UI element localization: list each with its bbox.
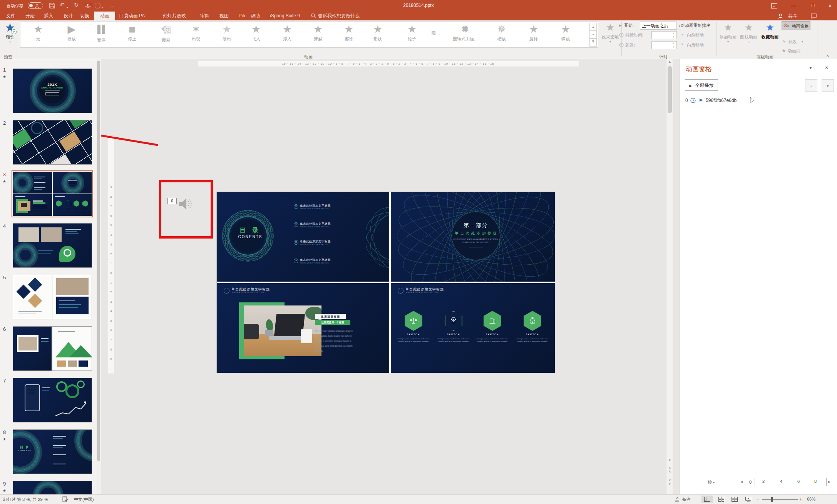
ribbon-display-options-icon[interactable] <box>765 0 783 12</box>
close-button[interactable]: × <box>823 0 837 12</box>
comments-icon[interactable] <box>811 13 817 19</box>
tell-me-search[interactable]: 告诉我你想要做什么 <box>318 12 372 20</box>
section-subtitle[interactable]: 单 击 此 处 添 加 标 题 <box>437 231 514 236</box>
item-expand-icon[interactable] <box>750 97 755 103</box>
audio-speaker-icon[interactable] <box>177 196 194 212</box>
maximize-button[interactable]: ☐ <box>804 0 822 12</box>
anim-flip[interactable]: ✹翻转式由远... <box>446 23 484 42</box>
anim-search[interactable]: 搜索 <box>151 23 181 43</box>
anim-pause[interactable]: 暂停 <box>87 23 116 43</box>
horizontal-ruler[interactable]: 16 · 15 · 14 · 13 · 12 · 11 · 10 · 9 · 8… <box>197 61 579 67</box>
slide-thumbnail-9[interactable] <box>13 481 92 495</box>
tab-ispring[interactable]: iSpring Suite 9 <box>266 12 304 20</box>
scroll-down-icon[interactable]: ▼ <box>667 459 672 462</box>
normal-view-button[interactable] <box>701 496 713 503</box>
reading-view-button[interactable] <box>729 496 740 503</box>
next-slide-button[interactable]: ∨∨ <box>667 479 672 486</box>
hexagon-moneybag[interactable]: $ <box>524 311 541 331</box>
anim-appear[interactable]: ✶出现 <box>181 23 211 42</box>
anim-fly-in[interactable]: ★飞入 <box>241 23 271 42</box>
anim-spin[interactable]: ★旋转 <box>519 23 548 42</box>
anim-random-bars[interactable]: 随... <box>432 30 439 36</box>
zoom-slider-track[interactable] <box>762 499 798 500</box>
start-combobox[interactable]: 上一动画之后 ▾ <box>640 22 677 30</box>
slide-thumbnail-7[interactable] <box>13 378 92 422</box>
tab-design[interactable]: 设计 <box>60 12 77 20</box>
thumbnail-scrollbar[interactable] <box>96 59 101 494</box>
animation-list-item[interactable]: 0 ▶ 596f0fb67e6db <box>680 96 837 105</box>
delay-input[interactable]: ▴▾ <box>651 41 677 49</box>
vertical-ruler[interactable]: 9 8 7 6 5 4 3 2 1 0 1 2 3 4 5 6 7 8 9 <box>108 135 114 374</box>
reorder-up-button[interactable]: ▲ <box>805 79 817 92</box>
start-slideshow-icon[interactable] <box>85 3 91 8</box>
toc-title-en[interactable]: CONENTS <box>231 235 270 239</box>
gallery-scroll-down-icon[interactable]: ▾ <box>589 30 597 39</box>
zoom-percentage[interactable]: 66% <box>807 497 815 501</box>
tab-pocket-animation[interactable]: 口袋动画 PA <box>117 12 147 20</box>
tab-insert[interactable]: 插入 <box>40 12 57 20</box>
photo-title-badge-green[interactable]: 这里就是另一个标题 <box>315 320 350 325</box>
slide-editing-surface[interactable]: 目 录 CONENTS 01 单击此处添加文字标题 WRITE A TIT <box>216 192 555 373</box>
hexagon-building[interactable] <box>484 311 501 331</box>
hexagon-trophy[interactable] <box>445 311 462 331</box>
animation-pane-button[interactable]: 动画窗格 <box>782 21 810 30</box>
language-indicator[interactable]: 中文(中国) <box>74 497 94 502</box>
anim-fade[interactable]: ★淡出 <box>212 23 241 42</box>
tab-transitions[interactable]: 切换 <box>76 12 93 20</box>
undo-dropdown-icon[interactable]: ▾ <box>67 5 68 11</box>
favorite-animation-button[interactable]: ★ 收藏动画 <box>760 22 780 40</box>
add-animation-button[interactable]: ★ 添加动画▾ <box>718 22 738 43</box>
anim-play[interactable]: ▶播放 <box>57 23 86 42</box>
slide-thumbnail-5[interactable] <box>13 275 92 319</box>
anim-wipe[interactable]: ★擦除 <box>334 23 363 42</box>
anim-zoom[interactable]: ✵缩放 <box>487 23 516 42</box>
tab-view[interactable]: 视图 <box>215 12 233 20</box>
anim-split[interactable]: ★劈裂 <box>303 23 333 42</box>
notes-button[interactable]: 备注 <box>682 497 691 502</box>
gallery-more-icon[interactable]: ⊽ <box>589 38 597 47</box>
animation-painter-button[interactable]: 动画刷 <box>788 48 800 54</box>
section-title[interactable]: 第一部分 <box>437 222 514 229</box>
play-all-button[interactable]: ▶ 全部播放 <box>685 79 718 91</box>
scroll-up-icon[interactable]: ▲ <box>667 60 672 63</box>
thumbnail-scrollbar-thumb[interactable] <box>97 61 100 461</box>
slide-thumbnail-6[interactable] <box>13 326 92 371</box>
preview-button[interactable]: ★ 预览 ▾ <box>2 22 18 44</box>
minimize-button[interactable]: — <box>785 0 802 12</box>
qat-more-icon[interactable]: ≂ <box>111 3 114 10</box>
slideshow-view-button[interactable] <box>742 496 754 503</box>
anim-float-in[interactable]: ★浮入 <box>273 23 302 42</box>
slide-thumbnail-4[interactable] <box>13 223 92 268</box>
touch-mode-dropdown-icon[interactable]: ▾ <box>102 5 103 11</box>
anim-stop[interactable]: ■停止 <box>117 23 147 42</box>
timeline-ruler[interactable]: 0 2 4 6 8 <box>746 478 827 486</box>
effect-options-button[interactable]: ★ 效果选项 ▾ <box>599 22 621 43</box>
pane-dropdown-icon[interactable]: ▼ <box>809 66 812 70</box>
reorder-down-button[interactable]: ▼ <box>822 79 834 92</box>
timeline-right-icon[interactable]: ▶ <box>828 480 830 484</box>
slide-thumbnail-8[interactable]: 目 录 CONENTS <box>13 429 92 474</box>
pane-close-icon[interactable]: × <box>825 65 828 71</box>
anim-none[interactable]: ★无 <box>23 23 53 42</box>
tab-help[interactable]: 帮助 <box>246 12 264 20</box>
touch-mode-icon[interactable] <box>95 3 100 8</box>
tab-review[interactable]: 审阅 <box>196 12 214 20</box>
undo-icon[interactable]: ↶ <box>60 2 65 8</box>
move-earlier-button[interactable]: 向前移动 <box>687 32 704 38</box>
hexagon-scales[interactable] <box>405 311 422 331</box>
tab-file[interactable]: 文件 <box>2 12 19 20</box>
spellcheck-icon[interactable] <box>62 496 68 502</box>
canvas-scrollbar[interactable]: ▲ ▼ ∧∧ ∨∨ <box>666 59 673 494</box>
seconds-dropdown[interactable]: 秒 ▾ <box>708 479 715 485</box>
photo-paragraph[interactable]: There are many variations of passages of… <box>315 329 358 354</box>
anim-wheel[interactable]: ★轮子 <box>397 23 427 42</box>
tab-animations[interactable]: 动画 <box>94 12 115 20</box>
redo-icon[interactable]: ↻ <box>74 2 79 8</box>
move-later-button[interactable]: 向后移动 <box>687 42 704 48</box>
cool-animation-button[interactable]: ★ 酷炫动画▽ <box>739 22 758 43</box>
previous-slide-button[interactable]: ∧∧ <box>667 466 672 473</box>
scrollbar-thumb[interactable] <box>668 66 672 113</box>
toc-title-cn[interactable]: 目 录 <box>231 227 270 235</box>
slide-thumbnail-2[interactable] <box>13 120 92 165</box>
share-button[interactable]: 共享 <box>785 12 801 20</box>
